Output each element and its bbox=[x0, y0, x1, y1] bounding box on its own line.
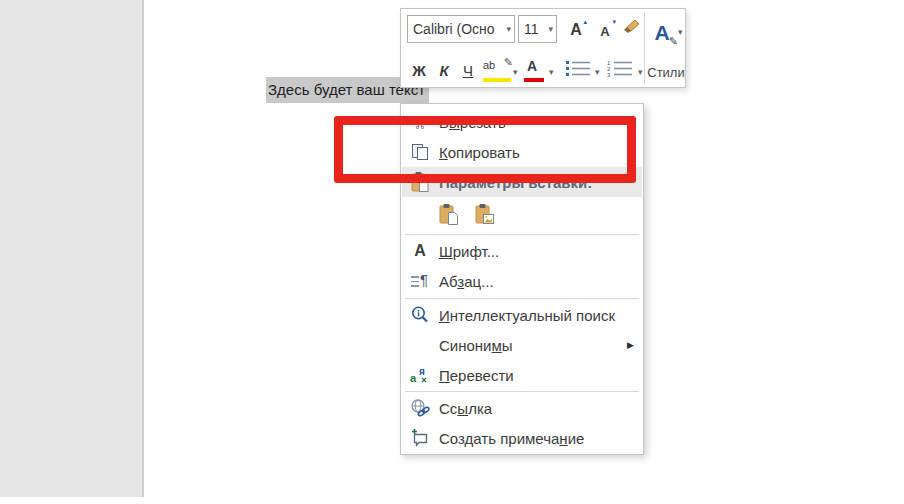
translate-icon: я а bbox=[410, 365, 430, 385]
styles-dropdown-icon[interactable]: ▾ bbox=[678, 27, 683, 37]
menu-item-translate[interactable]: я а Перевести bbox=[402, 360, 642, 390]
menu-item-synonyms-label: Синонимы bbox=[439, 337, 513, 354]
menu-item-link[interactable]: Ссылка bbox=[402, 393, 642, 423]
font-color-button[interactable]: А bbox=[524, 58, 544, 82]
menu-item-new-comment-label: Создать примечание bbox=[439, 430, 584, 447]
highlight-ab-label: ab bbox=[483, 59, 495, 71]
svg-text:а: а bbox=[410, 372, 417, 384]
paste-as-picture-button[interactable] bbox=[472, 201, 498, 227]
numbering-button[interactable]: 1 2 3 bbox=[605, 60, 635, 80]
new-comment-icon bbox=[410, 428, 430, 448]
styles-pen-icon: ✎ bbox=[669, 35, 678, 48]
annotation-highlight-rectangle bbox=[334, 116, 636, 183]
menu-item-paragraph-label: Абзац... bbox=[439, 273, 494, 290]
svg-text:я: я bbox=[419, 366, 425, 377]
highlight-button[interactable]: ab ✎ bbox=[483, 58, 511, 82]
font-icon: A bbox=[410, 241, 430, 261]
smart-lookup-icon bbox=[410, 305, 430, 325]
link-icon bbox=[410, 398, 430, 418]
format-painter-icon bbox=[621, 17, 641, 41]
svg-text:3: 3 bbox=[607, 72, 611, 78]
word-document-window: Здесь будет ваш текст Calibri (Осно ▾ 11… bbox=[0, 0, 904, 504]
grow-font-button[interactable]: А ▴ bbox=[563, 18, 589, 42]
bold-label: Ж bbox=[412, 62, 426, 79]
highlight-pen-icon: ✎ bbox=[504, 56, 513, 69]
bold-button[interactable]: Ж bbox=[409, 59, 429, 81]
chevron-down-icon[interactable]: ▾ bbox=[548, 16, 553, 42]
menu-item-link-label: Ссылка bbox=[439, 400, 492, 417]
italic-button[interactable]: К bbox=[435, 59, 453, 81]
menu-item-smart-lookup-label: Интеллектуальный поиск bbox=[439, 307, 615, 324]
font-color-dropdown-icon[interactable]: ▾ bbox=[549, 67, 554, 77]
menu-item-new-comment[interactable]: Создать примечание bbox=[402, 423, 642, 453]
underline-button[interactable]: Ч bbox=[459, 59, 477, 81]
bullets-dropdown-icon[interactable]: ▾ bbox=[595, 67, 600, 77]
highlight-color-swatch bbox=[483, 78, 511, 82]
menu-item-translate-label: Перевести bbox=[439, 367, 514, 384]
font-color-letter: А bbox=[527, 58, 537, 74]
grow-font-letter: А bbox=[570, 21, 582, 39]
menu-item-smart-lookup[interactable]: Интеллектуальный поиск bbox=[402, 300, 642, 330]
font-color-swatch bbox=[524, 78, 544, 82]
menu-separator bbox=[405, 234, 639, 235]
styles-button[interactable]: А ✎ bbox=[649, 17, 675, 47]
menu-item-font[interactable]: A Шрифт... bbox=[402, 236, 642, 266]
shrink-font-caret-icon: ▾ bbox=[612, 18, 616, 25]
numbering-dropdown-icon[interactable]: ▾ bbox=[638, 67, 643, 77]
menu-separator bbox=[405, 298, 639, 299]
paste-options-row bbox=[402, 197, 642, 231]
grow-font-caret-icon: ▴ bbox=[583, 18, 587, 25]
paragraph-icon: ¶ bbox=[410, 271, 430, 291]
font-name-combobox[interactable]: Calibri (Осно ▾ bbox=[407, 15, 515, 43]
styles-icon: А bbox=[654, 22, 669, 43]
mini-toolbar: Calibri (Осно ▾ 11 ▾ А ▴ А ▾ А bbox=[400, 8, 686, 88]
highlight-dropdown-icon[interactable]: ▾ bbox=[513, 67, 518, 77]
menu-separator bbox=[405, 391, 639, 392]
font-size-value: 11 bbox=[524, 16, 539, 42]
bullet-list-icon bbox=[565, 59, 591, 81]
format-painter-button[interactable] bbox=[619, 17, 643, 41]
font-name-value: Calibri (Осно bbox=[413, 16, 495, 42]
menu-item-synonyms[interactable]: Синонимы ▶ bbox=[402, 330, 642, 360]
italic-label: К bbox=[439, 62, 448, 79]
shrink-font-button[interactable]: А ▾ bbox=[592, 20, 618, 42]
menu-item-font-label: Шрифт... bbox=[439, 243, 499, 260]
numbered-list-icon: 1 2 3 bbox=[606, 59, 634, 81]
submenu-arrow-icon: ▶ bbox=[627, 340, 634, 350]
paste-keep-text-button[interactable] bbox=[436, 201, 462, 227]
font-size-combobox[interactable]: 11 ▾ bbox=[518, 15, 557, 43]
document-margin-area bbox=[0, 0, 144, 497]
underline-label: Ч bbox=[463, 62, 473, 79]
paste-as-picture-icon bbox=[474, 202, 496, 226]
chevron-down-icon[interactable]: ▾ bbox=[506, 16, 511, 42]
menu-item-paragraph[interactable]: ¶ Абзац... bbox=[402, 266, 642, 296]
shrink-font-letter: А bbox=[600, 24, 609, 39]
paste-keep-text-icon bbox=[438, 202, 460, 226]
bullets-button[interactable] bbox=[564, 60, 592, 80]
styles-label: Стили bbox=[645, 65, 687, 80]
